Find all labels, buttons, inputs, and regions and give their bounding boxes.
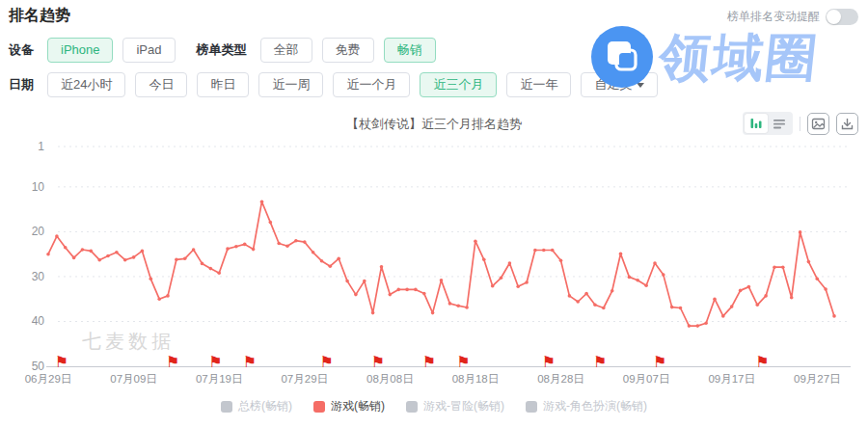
svg-text:⚑: ⚑ [542,353,556,371]
date-filter-label: 日期 [9,76,34,93]
svg-text:08月08日: 08月08日 [366,373,414,385]
svg-text:20: 20 [32,225,45,238]
bar-chart-icon [749,117,763,130]
svg-text:40: 40 [32,314,45,328]
view-switcher [743,112,793,135]
rank-change-alert-toggle[interactable] [826,9,858,25]
device-option-ipad[interactable]: iPad [122,38,175,63]
lingyuquan-watermark-text: 领域圈 [657,32,822,83]
svg-text:50: 50 [32,360,45,373]
legend-item-total-grossing[interactable]: 总榜(畅销) [221,398,292,414]
legend-marker [313,401,325,413]
svg-text:07月29日: 07月29日 [281,373,328,385]
legend-item-adventure-grossing[interactable]: 游戏-冒险(畅销) [406,398,504,414]
toggle-knob [827,10,841,24]
list-icon [773,117,786,130]
svg-text:⚑: ⚑ [456,353,470,371]
date-option-today[interactable]: 今日 [135,72,187,97]
legend-label: 总榜(畅销) [238,398,292,414]
svg-text:⚑: ⚑ [243,353,257,371]
chart-toolbar [743,112,858,135]
date-filter-row: 日期 近24小时 今日 昨日 近一周 近一个月 近三个月 近一年 自定义 [9,72,658,97]
legend-label: 游戏-角色扮演(畅销) [543,398,647,414]
trend-chart[interactable]: 1102030405006月29日07月09日07月19日07月29日08月08… [0,135,868,398]
legend-marker [406,401,418,413]
svg-text:09月07日: 09月07日 [623,373,670,385]
image-icon [811,117,826,131]
legend-marker [221,401,232,413]
chart-title: 【杖剑传说】近三个月排名趋势 [0,116,868,133]
legend-label: 游戏(畅销) [331,398,385,414]
svg-text:⚑: ⚑ [371,353,385,371]
svg-text:09月27日: 09月27日 [794,373,841,385]
svg-text:⚑: ⚑ [55,353,68,371]
chart-type-option-free[interactable]: 免费 [322,38,374,63]
page-title: 排名趋势 [9,6,70,26]
svg-text:七麦数据: 七麦数据 [82,331,175,352]
chart-type-option-grossing[interactable]: 畅销 [384,38,436,63]
svg-text:⚑: ⚑ [593,353,607,371]
date-option-24h[interactable]: 近24小时 [47,72,125,97]
svg-text:08月18日: 08月18日 [452,373,500,385]
legend-label: 游戏-冒险(畅销) [423,398,504,414]
svg-text:⚑: ⚑ [319,353,333,371]
device-filter-label: 设备 [9,41,34,59]
date-option-year[interactable]: 近一年 [506,72,571,97]
svg-text:⚑: ⚑ [422,353,436,371]
list-view-button[interactable] [768,114,791,133]
legend-marker [526,401,537,413]
svg-text:1: 1 [38,140,44,153]
svg-text:07月09日: 07月09日 [110,373,157,385]
svg-text:09月17日: 09月17日 [708,373,755,385]
svg-text:⚑: ⚑ [208,353,222,371]
chart-view-button[interactable] [745,114,768,133]
download-icon [840,117,854,131]
chart-legend: 总榜(畅销) 游戏(畅销) 游戏-冒险(畅销) 游戏-角色扮演(畅销) [0,398,868,414]
chart-type-option-all[interactable]: 全部 [260,38,312,63]
svg-text:06月29日: 06月29日 [25,373,72,385]
legend-item-games-grossing[interactable]: 游戏(畅销) [313,398,385,414]
device-filter-row: 设备 iPhone iPad 榜单类型 全部 免费 畅销 [9,38,436,63]
ranking-trend-page: 排名趋势 榜单排名变动提醒 设备 iPhone iPad 榜单类型 全部 免费 … [0,0,868,427]
save-image-button[interactable] [807,113,829,135]
svg-text:07月19日: 07月19日 [196,373,243,385]
rank-change-alert: 榜单排名变动提醒 [727,9,858,25]
toolbar-divider [800,117,800,131]
svg-text:08月28日: 08月28日 [537,373,584,385]
svg-text:30: 30 [32,270,45,283]
svg-text:⚑: ⚑ [166,353,179,371]
date-option-month[interactable]: 近一个月 [333,72,410,97]
svg-text:⚑: ⚑ [653,353,666,371]
legend-item-rpg-grossing[interactable]: 游戏-角色扮演(畅销) [526,398,647,414]
rank-change-alert-label: 榜单排名变动提醒 [727,9,820,25]
device-option-iphone[interactable]: iPhone [47,38,113,63]
date-option-custom[interactable]: 自定义 [581,72,658,97]
chevron-down-icon [637,83,644,88]
chart-type-filter-label: 榜单类型 [197,41,247,59]
download-button[interactable] [836,113,858,135]
svg-text:10: 10 [32,180,45,194]
svg-text:⚑: ⚑ [755,353,769,371]
date-option-3months[interactable]: 近三个月 [420,72,497,97]
date-option-week[interactable]: 近一周 [258,72,323,97]
date-option-yesterday[interactable]: 昨日 [197,72,249,97]
date-option-custom-label: 自定义 [594,73,632,96]
